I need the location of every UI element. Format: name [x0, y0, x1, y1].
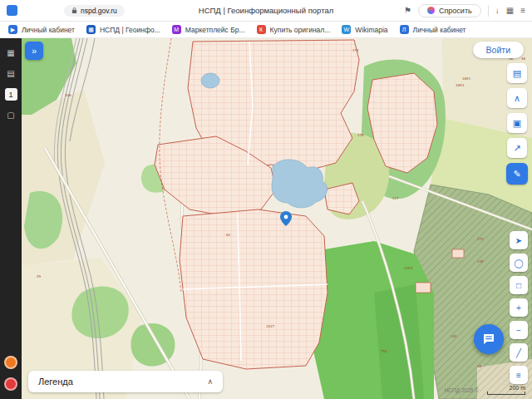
open-panel-button[interactable]: » — [25, 42, 43, 60]
ask-assistant-button[interactable]: Спросить — [418, 4, 481, 17]
bookmark-3[interactable]: ММаркетплейс Бр... — [172, 25, 245, 34]
bookmark-label: НСПД | Геоинфо... — [100, 26, 160, 34]
parcel-label: 173 — [477, 237, 484, 241]
map-attribution: НСПД 2025 © — [445, 387, 479, 393]
square-tool-button[interactable]: □ — [510, 276, 528, 294]
assistant-icon[interactable] — [4, 356, 17, 369]
parcel-label: 63 — [226, 233, 231, 237]
layer-list-button[interactable]: ≡ — [510, 366, 528, 384]
share-button[interactable]: ↗ — [507, 138, 527, 158]
parcel-label: 135 — [477, 259, 484, 264]
tab-grid-icon[interactable]: ▦ — [5, 47, 17, 59]
tab-badge-icon[interactable]: 1 — [5, 88, 17, 101]
bookmark-label: Wikimapia — [355, 26, 387, 34]
bookmark-favicon: М — [172, 25, 181, 34]
parcel-label: 754 — [381, 349, 387, 353]
topbar-actions: ⚑ Спросить ↓ ▦ ≡ — [404, 4, 525, 17]
lock-icon — [71, 7, 77, 14]
bookmark-6[interactable]: ЛЛичный кабинет — [400, 25, 466, 34]
bookmark-2[interactable]: ▦НСПД | Геоинфо... — [86, 25, 160, 34]
zoom-in-button[interactable]: + — [510, 298, 528, 317]
parcel-label: 117 — [392, 196, 399, 200]
ruler-button[interactable]: ╱ — [510, 343, 528, 362]
login-button[interactable]: Войти — [473, 42, 524, 58]
parcel-label: 1494 — [404, 266, 413, 270]
chevron-up-icon[interactable]: ∧ — [207, 377, 213, 386]
circle-tool-button[interactable]: ◯ — [510, 254, 528, 272]
side-rail-bottom — [4, 356, 17, 391]
bookmark-5[interactable]: WWikimapia — [342, 25, 387, 34]
menu-icon[interactable]: ≡ — [520, 7, 525, 15]
browser-window: nspd.gov.ru НСПД | Геоинформационный пор… — [0, 0, 532, 399]
legend-label: Легенда — [38, 377, 73, 387]
ask-assistant-label: Спросить — [439, 7, 472, 15]
map-toolbar-top: ▤∧▣↗✎ — [506, 63, 528, 185]
draw-tool-button[interactable]: ✎ — [506, 163, 528, 185]
bookmark-favicon: ▦ — [86, 25, 96, 34]
toolbar-divider — [488, 5, 489, 17]
map-viewport[interactable]: 3061744648165116531761176329173135149410… — [22, 38, 532, 399]
browser-app-icon[interactable] — [7, 5, 17, 16]
parcel-label: 174 — [352, 48, 359, 52]
locate-button[interactable]: ➤ — [510, 231, 528, 249]
legend-panel[interactable]: Легенда ∧ — [28, 371, 223, 392]
parcel-label: 1653 — [456, 83, 465, 87]
copy-button[interactable]: ▣ — [507, 113, 527, 133]
bookmark-favicon: К — [257, 25, 266, 34]
parcel-label: 306 — [65, 93, 71, 97]
parcel-label: 1651 — [462, 76, 471, 81]
parcel-label: 142 — [451, 334, 457, 338]
scale-bar: 200 m — [487, 385, 525, 395]
parcel-label: 29 — [37, 274, 42, 278]
zoom-out-button[interactable]: − — [510, 321, 528, 339]
chat-bubble-icon — [481, 332, 496, 347]
url-text: nspd.gov.ru — [81, 7, 117, 15]
bookmark-label: Маркетплейс Бр... — [185, 26, 245, 34]
parcel-label: 48 — [521, 57, 526, 61]
panels-icon[interactable]: ▦ — [506, 7, 514, 15]
map-toolbar-bottom: ➤◯□+−╱≡ — [510, 231, 528, 384]
bookmark-label: Личный кабинет — [413, 26, 466, 34]
bookmark-4[interactable]: ККупить оригинал... — [257, 25, 331, 34]
browser-topbar: nspd.gov.ru НСПД | Геоинформационный пор… — [0, 0, 532, 22]
tab-doc-icon[interactable]: ▤ — [5, 67, 17, 80]
record-icon[interactable] — [4, 377, 17, 391]
cadastral-map[interactable]: 3061744648165116531761176329173135149410… — [22, 38, 532, 399]
assistant-spark-icon — [427, 7, 435, 14]
bookmark-label: Личный кабинет — [22, 26, 75, 34]
bookmark-favicon: ▶ — [8, 25, 17, 34]
bookmark-favicon: Л — [400, 25, 409, 34]
browser-content: ▦▤1▢ — [0, 38, 532, 399]
bookmark-favicon: W — [342, 25, 351, 34]
parcel-label: 176 — [357, 133, 364, 137]
scale-line — [487, 392, 525, 395]
scale-label: 200 m — [510, 385, 525, 391]
bookmarks-bar: ▶Личный кабинет▦НСПД | Геоинфо...ММаркет… — [0, 22, 532, 38]
bookmark-label: Купить оригинал... — [270, 26, 331, 34]
address-bar[interactable]: nspd.gov.ru — [64, 5, 125, 17]
parcel-label: 18 — [477, 364, 482, 368]
download-icon[interactable]: ↓ — [495, 7, 500, 15]
bookmark-1[interactable]: ▶Личный кабинет — [8, 25, 75, 34]
parcel-label: 1037 — [266, 324, 275, 328]
browser-side-rail: ▦▤1▢ — [0, 38, 22, 399]
tab-square-icon[interactable]: ▢ — [5, 109, 17, 121]
collapse-button[interactable]: ∧ — [507, 88, 527, 108]
layers-button[interactable]: ▤ — [507, 63, 527, 83]
bookmark-flag-icon[interactable]: ⚑ — [404, 7, 411, 15]
support-chat-button[interactable] — [474, 324, 504, 354]
